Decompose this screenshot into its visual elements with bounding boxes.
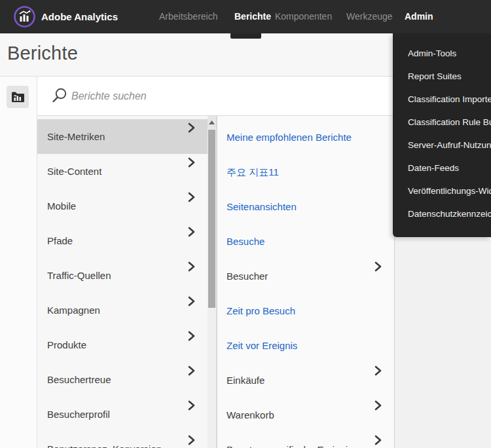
sidebar-item-pfade[interactable]: Pfade [37,223,208,258]
sidebar-item-label: Pfade [47,235,73,246]
report-item-zeit-pro-besuch[interactable]: Zeit pro Besuch [217,293,394,327]
folder-chart-icon [11,91,25,103]
nav-arbeitsbereich[interactable]: Arbeitsbereich [159,0,218,33]
report-item-seitenansichten[interactable]: Seitenansichten [217,189,394,223]
sidebar-item-label: Traffic-Quellen [47,270,111,281]
nav-admin[interactable]: Admin [405,0,433,33]
report-items-list: Meine empfohlenen Berichte 주요 지표11 Seite… [217,116,395,448]
chevron-right-icon [187,157,196,168]
search-icon [51,87,68,104]
sidebar-item-label: Mobile [47,200,76,212]
sidebar-item-label: Site-Metriken [47,131,105,142]
arrow-up-icon [209,121,215,124]
report-item-warenkorb[interactable]: Warenkorb [217,397,394,432]
sidebar-item-benutzerspez-konversion[interactable]: Benutzerspez. Konversion [37,432,208,448]
report-item-zeit-vor-ereignis[interactable]: Zeit vor Ereignis [217,327,394,362]
app-title: Adobe Analytics [41,0,118,33]
chevron-right-icon [187,331,196,341]
chevron-right-icon [187,365,196,376]
report-item-label: Warenkorb [227,409,274,420]
top-navigation-bar: Adobe Analytics Arbeitsbereich Berichte … [0,0,491,33]
sidebar-item-site-metriken[interactable]: Site-Metriken [37,119,208,154]
sidebar-item-besuchertreue[interactable]: Besuchertreue [37,362,208,397]
scrollbar-thumb[interactable] [208,130,215,308]
report-item-key-metrics[interactable]: 주요 지표11 [217,154,394,189]
sidebar-item-mobile[interactable]: Mobile [37,189,208,223]
left-rail [0,77,37,448]
nav-berichte[interactable]: Berichte [234,0,271,33]
chevron-right-icon [187,435,196,445]
report-item-label: Einkäufe [227,375,264,386]
sidebar-item-kampagnen[interactable]: Kampagnen [37,293,208,327]
report-item-besuche[interactable]: Besuche [217,223,394,258]
sidebar-item-label: Besuchertreue [47,374,111,385]
sidebar-item-label: Benutzerspez. Konversion [47,443,162,448]
report-item-label: 주요 지표11 [227,166,279,179]
menu-item-veroeffentlichungs-widgets[interactable]: Veröffentlichungs-Wid [393,179,491,202]
report-item-label: Besuche [227,236,264,247]
sidebar-item-label: Produkte [47,339,86,350]
menu-item-admin-tools[interactable]: Admin-Tools [393,42,491,65]
menu-item-classification-importer[interactable]: Classification Importe [393,88,491,111]
report-item-label: Benutzerspezifische Ereignisse [227,444,363,448]
chevron-right-icon [374,261,382,272]
report-categories-list: Site-Metriken Site-Content Mobile Pfade … [37,116,208,448]
nav-werkzeuge[interactable]: Werkzeuge [346,0,393,33]
menu-item-server-aufruf-nutzung[interactable]: Server-Aufruf-Nutzun [393,134,491,157]
sidebar-item-site-content[interactable]: Site-Content [37,154,208,189]
report-item-label: Besucher [227,271,268,282]
sidebar-item-label: Besucherprofil [47,409,110,420]
chevron-right-icon [187,227,196,237]
search-input[interactable] [70,86,348,107]
chevron-right-icon [187,122,196,133]
report-item-besucher[interactable]: Besucher [217,258,394,293]
analytics-logo-icon[interactable] [13,5,36,28]
menu-item-daten-feeds[interactable]: Daten-Feeds [393,157,491,179]
report-item-label: Zeit vor Ereignis [227,340,297,351]
chevron-right-icon [374,400,382,411]
report-item-label: Seitenansichten [227,201,297,212]
admin-dropdown-menu: Admin-Tools Report Suites Classification… [393,33,491,237]
page-title: Berichte [7,43,78,64]
menu-item-classification-rule-builder[interactable]: Classification Rule Bu [393,111,491,134]
report-item-label: Meine empfohlenen Berichte [227,132,352,143]
sidebar-item-besucherprofil[interactable]: Besucherprofil [37,397,208,432]
chevron-right-icon [187,192,196,202]
chevron-right-icon [187,400,196,411]
chevron-right-icon [187,296,196,307]
scrollbar-up-button[interactable] [208,116,216,129]
nav-komponenten[interactable]: Komponenten [275,0,332,33]
menu-item-report-suites[interactable]: Report Suites [393,65,491,88]
chevron-right-icon [374,365,382,376]
menu-item-datenschutzkennzeichnung[interactable]: Datenschutzkennzeic [393,202,491,225]
active-tab-indicator [230,33,261,39]
chevron-right-icon [374,435,382,445]
report-folders-button[interactable] [7,86,29,108]
sidebar-item-label: Site-Content [47,166,101,177]
search-bar [37,77,395,116]
sidebar-item-produkte[interactable]: Produkte [37,327,208,362]
chevron-right-icon [187,261,196,272]
report-item-meine-empfohlenen-berichte[interactable]: Meine empfohlenen Berichte [217,119,394,154]
report-item-benutzerspezifische-ereignisse[interactable]: Benutzerspezifische Ereignisse [217,432,394,448]
report-item-label: Zeit pro Besuch [227,305,295,316]
sidebar-scrollbar[interactable] [208,116,217,448]
sidebar-item-traffic-quellen[interactable]: Traffic-Quellen [37,258,208,293]
report-item-einkaeufe[interactable]: Einkäufe [217,362,394,397]
sidebar-item-label: Kampagnen [47,305,100,316]
